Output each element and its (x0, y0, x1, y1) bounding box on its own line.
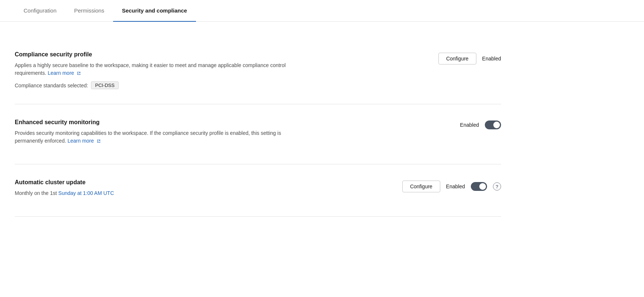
schedule-prefix: Monthly on the 1st (15, 190, 57, 196)
status-label-esm: Enabled (460, 122, 479, 128)
section-desc-esm: Provides security monitoring capabilitie… (15, 129, 302, 145)
section-title-esm: Enhanced security monitoring (15, 119, 302, 126)
toggle-thumb-esm (493, 122, 500, 128)
learn-more-link-compliance[interactable]: Learn more (48, 70, 81, 76)
tab-security-and-compliance[interactable]: Security and compliance (113, 0, 196, 22)
schedule-link[interactable]: Sunday at 1:00 AM UTC (58, 190, 114, 196)
section-right-compliance: Configure Enabled (438, 51, 501, 64)
section-right-esm: Enabled (460, 119, 501, 129)
section-desc-text-esm: Provides security monitoring capabilitie… (15, 130, 281, 144)
section-right-acu: Configure Enabled ? (402, 179, 501, 192)
standards-label: Compliance standards selected: (15, 83, 88, 88)
toggle-track-esm (485, 120, 501, 129)
toggle-esm[interactable] (485, 120, 501, 129)
toggle-thumb-acu (479, 183, 486, 190)
status-label-compliance: Enabled (482, 56, 501, 62)
external-link-icon (77, 71, 81, 76)
section-title-acu: Automatic cluster update (15, 179, 302, 186)
enhanced-security-monitoring-section: Enhanced security monitoring Provides se… (15, 104, 501, 164)
external-link-icon-esm (97, 139, 101, 143)
pci-dss-badge: PCI-DSS (91, 81, 119, 89)
configure-button-compliance[interactable]: Configure (438, 53, 476, 64)
tab-configuration[interactable]: Configuration (15, 0, 65, 22)
main-content: Compliance security profile Applies a hi… (0, 22, 516, 231)
configure-button-acu[interactable]: Configure (402, 181, 440, 192)
toggle-track-acu (471, 182, 487, 191)
section-desc-compliance: Applies a highly secure baseline to the … (15, 62, 302, 77)
tab-permissions[interactable]: Permissions (65, 0, 113, 22)
help-icon-acu[interactable]: ? (493, 182, 501, 191)
section-left-esm: Enhanced security monitoring Provides se… (15, 119, 302, 149)
tab-bar: Configuration Permissions Security and c… (0, 0, 644, 22)
section-left: Compliance security profile Applies a hi… (15, 51, 302, 89)
compliance-security-profile-section: Compliance security profile Applies a hi… (15, 36, 501, 104)
section-left-acu: Automatic cluster update Monthly on the … (15, 179, 302, 202)
section-schedule: Monthly on the 1st Sunday at 1:00 AM UTC (15, 189, 302, 197)
compliance-standards-row: Compliance standards selected: PCI-DSS (15, 81, 302, 89)
learn-more-link-esm[interactable]: Learn more (67, 138, 101, 144)
status-label-acu: Enabled (446, 184, 465, 189)
section-title-compliance: Compliance security profile (15, 51, 302, 58)
automatic-cluster-update-section: Automatic cluster update Monthly on the … (15, 164, 501, 217)
toggle-acu[interactable] (471, 182, 487, 191)
